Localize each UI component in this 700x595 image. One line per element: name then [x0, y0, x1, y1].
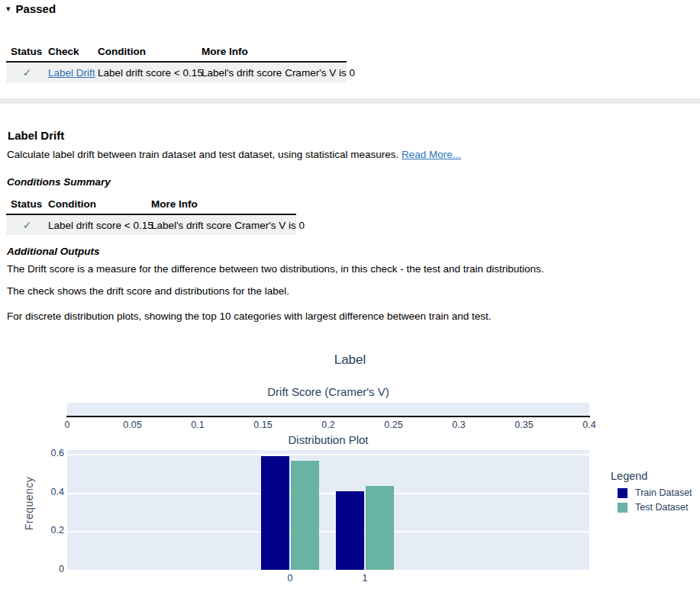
caret-down-icon: ▾ [6, 3, 11, 14]
conditions-table-header-row: Status Condition More Info [6, 197, 296, 214]
gridline [67, 531, 589, 532]
gauge-tick-label: 0.3 [452, 420, 465, 430]
more-info-cell: Label's drift score Cramer's V is 0 [202, 62, 347, 82]
drift-score-gauge [67, 403, 589, 416]
y-tick-label: 0.6 [31, 448, 64, 458]
status-cell: ✓ [6, 214, 48, 235]
drift-score-gauge-title: Drift Score (Cramer's V) [67, 385, 589, 398]
table-row: ✓ Label Drift Label drift score < 0.15 L… [6, 62, 347, 82]
bar-test-dataset-cat-0 [291, 461, 319, 570]
gridline [67, 454, 589, 455]
gauge-tick-label: 0.1 [191, 420, 204, 430]
passed-section-toggle[interactable]: ▾ Passed [0, 0, 92, 15]
legend-title: Legend [611, 470, 692, 482]
passed-section-title: Passed [16, 2, 56, 15]
gauge-tick-label: 0 [65, 420, 70, 430]
x-tick-label: 0 [288, 573, 293, 584]
legend: Legend Train DatasetTest Dataset [611, 470, 692, 516]
x-tick-label: 1 [363, 573, 368, 584]
gridline [67, 493, 589, 494]
gauge-tick-label: 0.05 [123, 420, 141, 430]
conditions-header-more-info: More Info [151, 197, 296, 214]
checks-table-header-row: Status Check Condition More Info [6, 44, 347, 62]
legend-entries: Train DatasetTest Dataset [611, 487, 692, 513]
output-paragraph-1: The Drift score is a measure for the dif… [7, 263, 700, 275]
bar-train-dataset-cat-0 [261, 456, 289, 570]
read-more-link[interactable]: Read More... [402, 149, 461, 160]
y-tick-label: 0 [31, 564, 64, 574]
gauge-tick-label: 0.25 [384, 420, 402, 430]
conditions-table: Status Condition More Info ✓ Label drift… [6, 197, 296, 235]
y-tick-label: 0.2 [31, 525, 64, 536]
legend-swatch-icon [618, 503, 627, 513]
pass-check-icon: ✓ [23, 66, 32, 79]
gauge-tick-label: 0.35 [515, 420, 533, 430]
condition-cell: Label drift score < 0.15 [98, 62, 202, 82]
y-axis-title: Frequency [23, 477, 35, 531]
label-drift-figure: Label Drift Score (Cramer's V) 00.050.10… [0, 342, 700, 586]
additional-outputs-heading: Additional Outputs [7, 246, 700, 257]
check-description-text: Calculate label drift between train data… [7, 149, 398, 160]
legend-entry-train-dataset[interactable]: Train Dataset [618, 487, 692, 498]
legend-entry-test-dataset[interactable]: Test Dataset [618, 502, 692, 513]
checks-table: Status Check Condition More Info ✓ Label… [6, 44, 347, 82]
check-link-label-drift[interactable]: Label Drift [48, 67, 95, 79]
table-row: ✓ Label drift score < 0.15 Label's drift… [6, 214, 296, 235]
checks-header-check: Check [48, 44, 98, 62]
legend-swatch-icon [618, 488, 627, 498]
output-paragraph-3: For discrete distribution plots, showing… [7, 310, 700, 322]
bar-test-dataset-cat-1 [366, 486, 394, 570]
y-tick-label: 0.4 [31, 487, 64, 497]
checks-header-condition: Condition [98, 44, 202, 62]
gauge-tick-label: 0.4 [582, 420, 595, 430]
check-description: Calculate label drift between train data… [7, 149, 700, 160]
gauge-tick-label: 0.2 [321, 420, 334, 430]
figure-title: Label [0, 352, 700, 368]
check-cell: Label Drift [48, 62, 98, 82]
status-cell: ✓ [6, 62, 48, 82]
conditions-summary-heading: Conditions Summary [7, 176, 700, 188]
bar-train-dataset-cat-1 [336, 491, 364, 570]
distribution-plot-area [67, 450, 589, 570]
distribution-plot-title: Distribution Plot [67, 433, 589, 446]
check-detail-title: Label Drift [8, 129, 700, 142]
gauge-axis-line [66, 416, 590, 417]
more-info-cell: Label's drift score Cramer's V is 0 [151, 214, 296, 235]
conditions-header-status: Status [6, 197, 48, 214]
gauge-tick-label: 0.15 [253, 420, 272, 430]
checks-header-status: Status [6, 44, 48, 62]
output-paragraph-2: The check shows the drift score and dist… [7, 285, 700, 297]
conditions-header-condition: Condition [48, 197, 151, 214]
condition-cell: Label drift score < 0.15 [48, 214, 151, 235]
pass-check-icon: ✓ [23, 219, 32, 231]
legend-label: Test Dataset [635, 502, 688, 513]
section-divider [0, 98, 700, 104]
legend-label: Train Dataset [635, 487, 692, 498]
checks-header-more-info: More Info [202, 44, 347, 62]
